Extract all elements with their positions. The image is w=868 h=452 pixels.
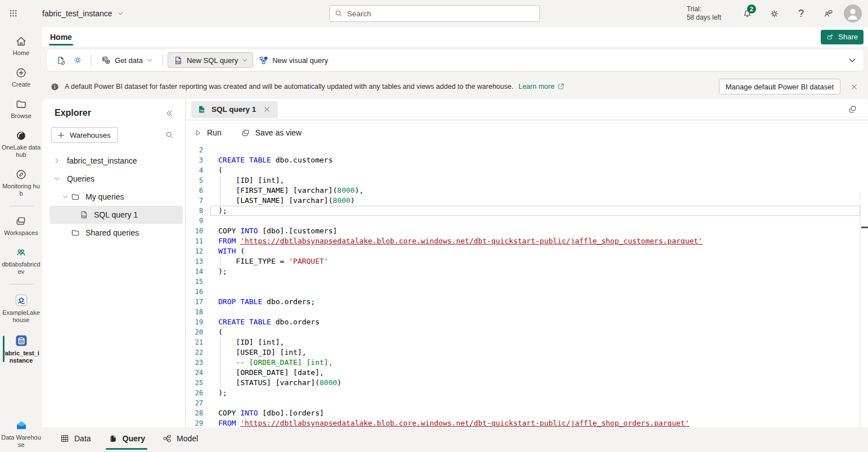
code-line[interactable]: 17DROP TABLE dbo.orders; <box>186 297 868 307</box>
rail-item-data-warehouse[interactable]: Data Warehouse <box>0 415 42 451</box>
explorer-search-icon[interactable] <box>165 130 174 139</box>
line-number: 25 <box>186 378 210 388</box>
query-tab-sql-query-1[interactable]: SQL SQL query 1 <box>191 101 278 118</box>
notifications-button[interactable]: 2 <box>736 2 758 25</box>
code-line[interactable]: 27 <box>186 398 868 408</box>
code-line[interactable]: 14); <box>186 266 868 277</box>
tree-item-sql-query-1[interactable]: SQLSQL query 1 <box>50 206 183 224</box>
code-line-text: COPY INTO [dbo].[orders] <box>210 408 860 418</box>
top-right-cluster: Trial: 58 days left 2 ? <box>687 0 868 27</box>
view-tab-query[interactable]: Query <box>104 427 149 450</box>
rail-item-fabric-test-instance[interactable]: fabric_test_instance <box>0 331 42 367</box>
app-launcher-icon[interactable] <box>0 0 27 27</box>
code-line-text: [ID] [int], <box>210 175 860 186</box>
new-sql-query-button[interactable]: SQL New SQL query <box>168 52 253 68</box>
code-line[interactable]: 29FROM 'https://dbtlabsynapsedatalake.bl… <box>186 418 868 427</box>
rail-item-onelake-data-hub[interactable]: OneLake data hub <box>0 127 42 161</box>
chevron-down-icon[interactable] <box>52 174 61 183</box>
data-warehouse-icon <box>14 418 29 432</box>
code-line[interactable]: 26); <box>186 388 868 398</box>
rail-item-examplelakehouse[interactable]: ExampleLakehouse <box>0 291 42 326</box>
code-line[interactable]: 22 [USER_ID] [int], <box>186 347 868 358</box>
code-line[interactable]: 2 <box>186 145 868 155</box>
tree-item-my-queries[interactable]: My queries <box>50 188 183 206</box>
code-line[interactable]: 16 <box>186 287 868 297</box>
get-data-button[interactable]: Get data <box>96 52 158 68</box>
tab-close-button[interactable] <box>261 104 272 115</box>
sql-file-icon: SQL <box>197 105 206 114</box>
code-line[interactable]: 24 [ORDER_DATE] [date], <box>186 368 868 378</box>
refresh-report-button[interactable] <box>52 52 69 68</box>
workspace-switcher[interactable]: fabric_test_instance <box>42 9 124 18</box>
code-line[interactable]: 9 <box>186 216 868 226</box>
code-line[interactable]: 6 [FIRST_NAME] [varchar](8000), <box>186 186 868 196</box>
tree-item-shared-queries[interactable]: Shared queries <box>50 224 183 242</box>
code-line[interactable]: 10COPY INTO [dbo].[customers] <box>186 226 868 236</box>
rail-item-create[interactable]: Create <box>0 64 42 91</box>
code-line-text: -- [ORDER_DATE] [int], <box>210 358 860 368</box>
code-line-text: FROM 'https://dbtlabsynapsedatalake.blob… <box>210 418 860 427</box>
code-line[interactable]: 23 -- [ORDER_DATE] [int], <box>186 358 868 368</box>
run-button[interactable]: Run <box>194 128 222 137</box>
code-line-text: [ORDER_DATE] [date], <box>210 368 860 378</box>
code-line-text: DROP TABLE dbo.orders; <box>210 297 860 307</box>
share-button[interactable]: Share <box>821 30 863 44</box>
code-line[interactable]: 18 <box>186 307 868 317</box>
rail-item-browse[interactable]: Browse <box>0 96 42 122</box>
code-line[interactable]: 19CREATE TABLE dbo.orders <box>186 317 868 327</box>
code-line[interactable]: 28COPY INTO [dbo].[orders] <box>186 408 868 418</box>
chevron-right-icon[interactable] <box>52 156 61 165</box>
rail-item-dbtlabsfabricdev[interactable]: dbtlabsfabricdev <box>0 244 42 278</box>
global-search[interactable] <box>329 5 540 22</box>
search-input[interactable] <box>347 10 535 18</box>
indent-guide <box>220 347 221 358</box>
code-line[interactable]: 20( <box>186 327 868 337</box>
code-line[interactable]: 3CREATE TABLE dbo.customers <box>186 155 868 165</box>
banner-close-button[interactable] <box>845 78 862 95</box>
new-warehouse-button[interactable]: Warehouses <box>51 127 118 143</box>
help-button[interactable]: ? <box>790 2 812 25</box>
new-visual-query-button[interactable]: New visual query <box>253 52 333 68</box>
code-line-text: WITH ( <box>210 246 860 256</box>
editor-overview-ruler[interactable] <box>860 191 868 427</box>
tree-item-label: SQL query 1 <box>94 210 138 219</box>
feedback-button[interactable] <box>817 2 839 25</box>
tree-item-fabric-test-instance[interactable]: fabric_test_instance <box>50 152 183 170</box>
ribbon-expand-button[interactable] <box>848 49 857 71</box>
code-line[interactable]: 5 [ID] [int], <box>186 175 868 186</box>
line-number: 14 <box>186 266 210 277</box>
code-line[interactable]: 12WITH ( <box>186 246 868 256</box>
tab-home[interactable]: Home <box>47 27 75 47</box>
view-tab-data[interactable]: Data <box>56 427 95 450</box>
settings-toolbar-button[interactable] <box>69 52 86 68</box>
sql-code-editor[interactable]: 23CREATE TABLE dbo.customers4(5 [ID] [in… <box>186 145 868 427</box>
copy-button[interactable] <box>844 102 860 117</box>
rail-item-workspaces[interactable]: Workspaces <box>0 213 42 239</box>
save-as-view-button[interactable]: Save as view <box>241 128 302 138</box>
code-line[interactable]: 15 <box>186 277 868 287</box>
avatar[interactable] <box>844 4 862 22</box>
code-line[interactable]: 8); <box>186 206 868 216</box>
tree-item-label: Queries <box>67 174 95 183</box>
line-number: 6 <box>186 186 210 196</box>
settings-button[interactable] <box>763 2 785 25</box>
learn-more-link[interactable]: Learn more <box>519 83 565 91</box>
rail-item-monitoring-hub[interactable]: Monitoring hub <box>0 166 42 200</box>
collapse-panel-icon[interactable] <box>164 109 174 118</box>
tree-item-queries[interactable]: Queries <box>50 170 183 188</box>
page-tab-row: Home Share <box>42 27 868 47</box>
code-line[interactable]: 11FROM 'https://dbtlabsynapsedatalake.bl… <box>186 236 868 246</box>
line-number: 13 <box>186 256 210 266</box>
code-line[interactable]: 7 [LAST_NAME] [varchar](8000) <box>186 196 868 206</box>
code-line[interactable]: 4( <box>186 165 868 175</box>
view-tab-model[interactable]: Model <box>158 427 202 450</box>
code-line[interactable]: 13 FILE_TYPE = 'PARQUET' <box>186 256 868 266</box>
rail-item-home[interactable]: Home <box>0 33 42 59</box>
manage-dataset-button[interactable]: Manage default Power BI dataset <box>719 79 840 94</box>
chevron-down-icon[interactable] <box>61 192 70 201</box>
code-line[interactable]: 25 [STATUS] [varchar](8000) <box>186 378 868 388</box>
line-number: 5 <box>186 175 210 186</box>
code-line[interactable]: 21 [ID] [int], <box>186 337 868 347</box>
gear-blue-icon <box>73 55 83 65</box>
toolbar-divider <box>91 55 91 66</box>
